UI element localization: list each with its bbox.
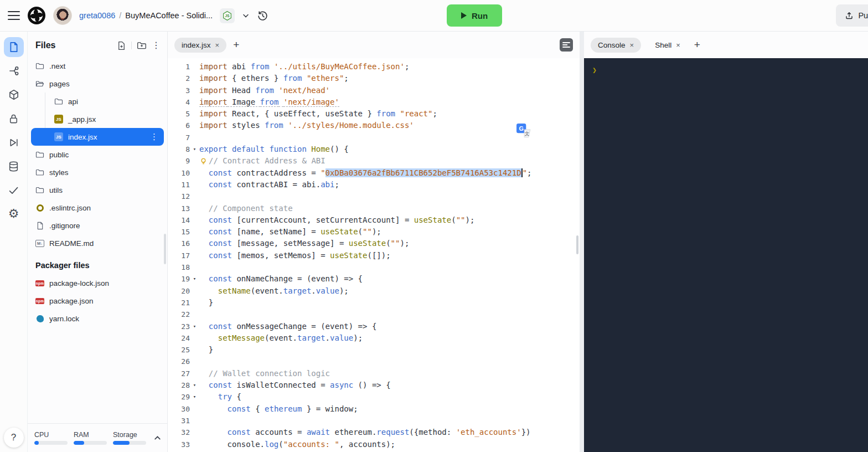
publish-button[interactable]: Publish: [836, 4, 868, 27]
line-number[interactable]: 32: [168, 427, 190, 438]
kebab-menu-icon[interactable]: ⋮: [152, 41, 161, 50]
help-button[interactable]: ?: [4, 428, 24, 448]
line-number[interactable]: 17: [168, 250, 190, 261]
replit-logo[interactable]: [27, 6, 46, 25]
line-number[interactable]: 19: [168, 273, 190, 285]
file-row-_app.jsx[interactable]: JS_app.jsx: [28, 110, 167, 128]
code-text: setMessage(event.target.value);: [199, 332, 580, 344]
line-number[interactable]: 5: [168, 108, 190, 120]
chevron-up-icon[interactable]: [153, 434, 162, 442]
file-row-package.json[interactable]: npmpackage.json: [28, 292, 167, 310]
tab-console[interactable]: Console×: [591, 38, 641, 53]
new-file-icon[interactable]: [117, 41, 126, 50]
code-line-31: 31: [168, 415, 580, 427]
fold-arrow-icon[interactable]: ▾: [190, 379, 199, 391]
file-row-pages[interactable]: pages: [28, 75, 167, 93]
code-text: [199, 356, 580, 367]
fold-arrow-icon[interactable]: ▾: [190, 321, 199, 332]
storage-meter: Storage: [113, 431, 146, 445]
file-row-.gitignore[interactable]: .gitignore: [28, 217, 167, 234]
line-number[interactable]: 7: [168, 132, 190, 143]
breadcrumb-username[interactable]: greta0086: [79, 11, 115, 20]
file-row-utils[interactable]: utils: [28, 181, 167, 199]
line-number[interactable]: 31: [168, 415, 190, 427]
kebab-menu-icon[interactable]: ⋮: [150, 132, 158, 142]
line-number[interactable]: 30: [168, 403, 190, 415]
code-text: // Component state: [199, 203, 580, 214]
close-icon[interactable]: ×: [630, 41, 634, 49]
line-number[interactable]: 9: [168, 155, 190, 167]
file-row-.next[interactable]: .next: [28, 57, 167, 75]
chevron-down-icon[interactable]: [242, 12, 250, 19]
rail-output-icon[interactable]: [4, 132, 24, 152]
file-row-api[interactable]: api: [28, 93, 167, 110]
new-folder-icon[interactable]: [137, 40, 147, 50]
line-number[interactable]: 20: [168, 285, 190, 297]
console-terminal[interactable]: ❯: [584, 58, 868, 452]
line-number[interactable]: 14: [168, 214, 190, 226]
line-number[interactable]: 13: [168, 203, 190, 214]
line-number[interactable]: 16: [168, 238, 190, 249]
line-number[interactable]: 33: [168, 439, 190, 450]
rail-settings-icon[interactable]: ⚙: [4, 204, 24, 224]
file-row-styles[interactable]: styles: [28, 163, 167, 181]
fold-arrow-icon[interactable]: ▾: [190, 273, 199, 285]
fold-arrow-icon[interactable]: ▾: [190, 143, 199, 155]
rail-packages-icon[interactable]: [4, 85, 24, 105]
file-name: package.json: [49, 297, 94, 305]
files-scrollbar[interactable]: [164, 234, 166, 264]
line-number[interactable]: 11: [168, 179, 190, 191]
line-number[interactable]: 24: [168, 332, 190, 344]
new-tab-button[interactable]: +: [694, 39, 700, 51]
editor-scrollbar[interactable]: [576, 235, 578, 254]
line-number[interactable]: 2: [168, 73, 190, 84]
close-icon[interactable]: ×: [676, 41, 680, 49]
history-icon[interactable]: [257, 10, 268, 22]
line-number[interactable]: 4: [168, 96, 190, 108]
file-row-README.md[interactable]: M↓README.md: [28, 234, 167, 252]
code-text: import Image from 'next/image': [199, 96, 580, 108]
file-name: pages: [49, 80, 70, 88]
breadcrumb-project[interactable]: BuyMeACoffee - Solidi...: [125, 11, 213, 20]
line-number[interactable]: 23: [168, 321, 190, 332]
file-row-package-lock.json[interactable]: npmpackage-lock.json: [28, 274, 167, 292]
file-row-index.jsx[interactable]: JSindex.jsx⋮: [31, 128, 164, 146]
tab-index-jsx[interactable]: index.jsx ×: [174, 38, 226, 53]
fold-arrow-icon[interactable]: ▾: [190, 391, 199, 403]
translate-icon[interactable]: G 文: [516, 124, 531, 138]
code-text: // Wallet connection logic: [199, 368, 580, 379]
line-number[interactable]: 10: [168, 167, 190, 179]
line-number[interactable]: 12: [168, 191, 190, 202]
editor-menu-icon[interactable]: [560, 38, 573, 52]
menu-icon[interactable]: [8, 11, 20, 20]
rail-files-icon[interactable]: [4, 37, 24, 57]
line-number[interactable]: 3: [168, 85, 190, 96]
line-number[interactable]: 25: [168, 344, 190, 356]
line-number[interactable]: 29: [168, 391, 190, 403]
pane-divider[interactable]: [580, 32, 584, 452]
line-number[interactable]: 26: [168, 356, 190, 367]
file-row-.eslintrc.json[interactable]: .eslintrc.json: [28, 199, 167, 217]
rail-checks-icon[interactable]: [4, 180, 24, 200]
close-icon[interactable]: ×: [215, 41, 220, 49]
line-number[interactable]: 6: [168, 120, 190, 131]
rail-secrets-icon[interactable]: [4, 109, 24, 129]
line-number[interactable]: 8: [168, 143, 190, 155]
file-row-yarn.lock[interactable]: yarn.lock: [28, 310, 167, 327]
run-button[interactable]: Run: [447, 4, 502, 27]
rail-version-control-icon[interactable]: [4, 61, 24, 81]
rail-database-icon[interactable]: [4, 156, 24, 176]
line-number[interactable]: 18: [168, 261, 190, 273]
code-editor[interactable]: 1import abi from '../utils/BuyMeACoffee.…: [168, 58, 580, 452]
nodejs-icon[interactable]: JS: [220, 8, 235, 23]
new-tab-button[interactable]: +: [233, 39, 239, 51]
line-number[interactable]: 21: [168, 297, 190, 309]
line-number[interactable]: 22: [168, 309, 190, 320]
file-row-public[interactable]: public: [28, 146, 167, 163]
line-number[interactable]: 28: [168, 379, 190, 391]
avatar[interactable]: [53, 6, 72, 25]
tab-shell[interactable]: Shell×: [648, 38, 688, 53]
line-number[interactable]: 27: [168, 368, 190, 379]
line-number[interactable]: 1: [168, 61, 190, 73]
line-number[interactable]: 15: [168, 226, 190, 238]
